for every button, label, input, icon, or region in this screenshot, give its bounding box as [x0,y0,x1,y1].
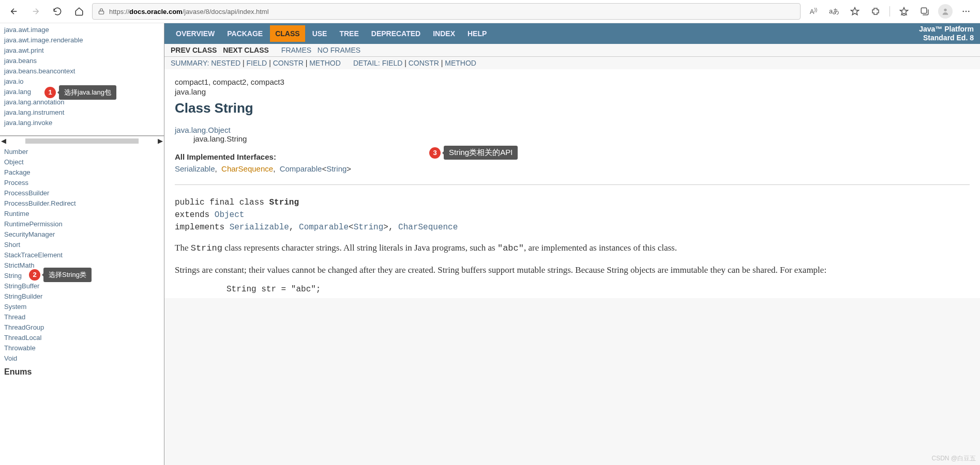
frames-link[interactable]: FRAMES [281,46,311,54]
serializable-link[interactable]: Serializable [175,164,215,173]
package-scrollbar[interactable]: ◀▶ [0,136,164,145]
class-item[interactable]: Process [4,178,160,188]
summary-field[interactable]: FIELD [247,59,267,67]
compact-line: compact1, compact2, compact3 [175,78,970,86]
tab-help[interactable]: HELP [462,25,492,42]
dots-icon [961,7,971,16]
charsequence-link[interactable]: CharSequence [221,164,273,173]
home-button[interactable] [70,3,88,20]
class-item[interactable]: Runtime [4,209,160,219]
address-bar[interactable]: https://docs.oracle.com/javase/8/docs/ap… [92,3,801,20]
class-item[interactable]: Throwable [4,343,160,353]
summary-method[interactable]: METHOD [309,59,341,67]
tab-package[interactable]: PACKAGE [222,25,268,42]
scroll-right-icon[interactable]: ▶ [158,137,163,145]
impl-serializable-link[interactable]: Serializable [230,223,289,232]
description-1: The String class represents character st… [175,241,970,256]
class-item[interactable]: Thread [4,312,160,322]
package-list[interactable]: java.awt.image java.awt.image.renderable… [0,23,164,136]
detail-constr[interactable]: CONSTR [409,59,439,67]
inherit-child: java.lang.String [193,134,970,143]
impl-charsequence-link[interactable]: CharSequence [398,223,458,232]
read-aloud-button[interactable]: A)) [805,3,822,20]
top-nav: OVERVIEW PACKAGE CLASS USE TREE DEPRECAT… [164,23,980,44]
package-item[interactable]: java.lang.invoke [4,118,160,128]
tab-class[interactable]: CLASS [270,25,305,42]
tab-index[interactable]: INDEX [428,25,460,42]
class-list[interactable]: Number Object Package Process ProcessBui… [0,145,164,465]
tab-overview[interactable]: OVERVIEW [171,25,220,42]
collections-button[interactable] [916,3,933,20]
callout-label: 选择String类 [43,268,92,282]
more-button[interactable] [957,3,975,20]
callout-2: 2 选择String类 [29,268,92,282]
class-item[interactable]: ProcessBuilder [4,188,160,198]
class-item[interactable]: Short [4,240,160,250]
extends-object-link[interactable]: Object [215,210,245,220]
favorites-list-button[interactable] [895,3,913,20]
scroll-thumb[interactable] [25,138,139,144]
inherit-parent-link[interactable]: java.lang.Object [175,126,231,134]
summary-label: SUMMARY: [171,59,209,67]
impl-comparable-link[interactable]: Comparable [299,223,349,232]
class-item[interactable]: SecurityManager [4,229,160,240]
class-item[interactable]: System [4,302,160,312]
class-item[interactable]: StackTraceElement [4,250,160,260]
package-item[interactable]: java.lang.instrument [4,107,160,118]
implemented-label: All Implemented Interfaces: [175,152,970,161]
url-text: https://docs.oracle.com/javase/8/docs/ap… [109,8,269,16]
sub-nav-1: PREV CLASS NEXT CLASS FRAMES NO FRAMES [164,44,980,56]
class-item[interactable]: ThreadLocal [4,333,160,343]
arrow-left-icon [9,7,19,16]
watermark: CSDN @白豆五 [931,454,976,463]
package-item[interactable]: java.beans [4,56,160,66]
next-class-link[interactable]: NEXT CLASS [223,46,269,54]
class-item[interactable]: Package [4,167,160,178]
sub-nav-2: SUMMARY: NESTED | FIELD | CONSTR | METHO… [164,56,980,69]
class-item[interactable]: ThreadGroup [4,322,160,333]
tab-tree[interactable]: TREE [334,25,364,42]
detail-method[interactable]: METHOD [445,59,476,67]
callout-badge: 2 [29,269,40,281]
class-item[interactable]: Void [4,353,160,364]
profile-button[interactable] [937,3,954,20]
svg-rect-1 [921,8,927,13]
package-item[interactable]: java.awt.image.renderable [4,35,160,45]
comparable-param-link[interactable]: String [326,164,346,173]
scroll-left-icon[interactable]: ◀ [1,137,6,145]
detail-field[interactable]: FIELD [382,59,403,67]
callout-1: 1 选择java.lang包 [44,85,116,100]
tab-deprecated[interactable]: DEPRECATED [366,25,426,42]
tab-use[interactable]: USE [307,25,333,42]
back-button[interactable] [5,3,23,20]
class-item[interactable]: Object [4,157,160,167]
class-item[interactable]: ProcessBuilder.Redirect [4,198,160,209]
impl-comparable-param-link[interactable]: String [354,223,384,232]
home-icon [74,7,84,16]
class-item[interactable]: Number [4,147,160,157]
class-signature: public final class String extends Object… [175,196,970,234]
package-item[interactable]: java.awt.image [4,25,160,35]
favorite-button[interactable] [846,3,864,20]
refresh-button[interactable] [49,3,66,20]
platform-label: Java™ Platform Standard Ed. 8 [919,25,974,42]
forward-button[interactable] [27,3,44,20]
class-item[interactable]: StringBuffer [4,281,160,291]
package-item[interactable]: java.awt.print [4,45,160,56]
text-size-icon: A)) [810,7,818,16]
class-item[interactable]: RuntimePermission [4,219,160,229]
summary-constr[interactable]: CONSTR [273,59,304,67]
svg-point-3 [962,11,964,12]
no-frames-link[interactable]: NO FRAMES [318,46,360,54]
package-item[interactable]: java.beans.beancontext [4,66,160,76]
translate-button[interactable]: aあ [825,3,843,20]
prev-class-link[interactable]: PREV CLASS [171,46,217,54]
comparable-link[interactable]: Comparable [280,164,322,173]
svg-point-4 [966,11,967,12]
content-pane[interactable]: OVERVIEW PACKAGE CLASS USE TREE DEPRECAT… [164,23,980,465]
collections-icon [920,7,929,16]
extensions-button[interactable] [867,3,884,20]
class-item[interactable]: StringBuilder [4,291,160,302]
divider [175,184,970,185]
toolbar-right: A)) aあ [805,3,975,20]
